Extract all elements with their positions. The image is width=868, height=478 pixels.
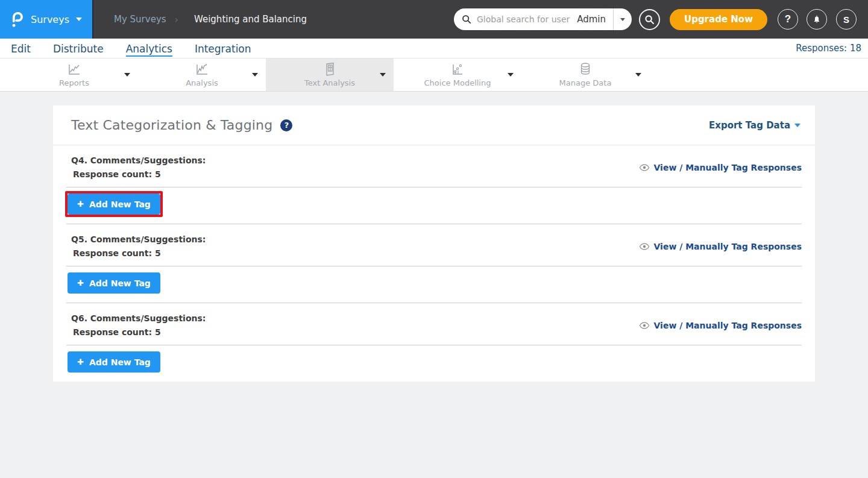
button-row: ✚ Add New Tag [66, 345, 802, 382]
responses-count: Responses: 18 [796, 43, 861, 54]
top-bar: Surveys My Surveys › Weighting and Balan… [0, 0, 868, 39]
breadcrumb-separator: › [175, 14, 178, 25]
toolbar-item-manage-data[interactable]: Manage Data [521, 58, 649, 91]
chevron-down-icon [635, 73, 641, 77]
section-header: Q5. Comments/Suggestions: Response count… [66, 234, 802, 266]
avatar-initial: S [843, 14, 849, 25]
toolbar-item-choice-modelling[interactable]: Choice Modelling [394, 58, 521, 91]
breadcrumb-parent-link[interactable]: My Surveys [114, 14, 166, 25]
survey-nav-tabs: Edit Distribute Analytics Integration Re… [0, 39, 868, 58]
question-section-q6: Q6. Comments/Suggestions: Response count… [53, 303, 815, 382]
export-tag-data-dropdown[interactable]: Export Tag Data [709, 120, 800, 131]
search-icon [462, 14, 471, 24]
search-scope-label[interactable]: Admin [577, 14, 606, 25]
analytics-toolbar: Reports Analysis Text Analysis [0, 58, 868, 92]
add-new-tag-button[interactable]: ✚ Add New Tag [68, 351, 160, 373]
add-new-tag-label: Add New Tag [89, 357, 151, 367]
plus-icon: ✚ [77, 278, 84, 288]
surveys-product-menu[interactable]: Surveys [0, 0, 93, 39]
toolbar-item-label: Reports [59, 78, 89, 87]
eye-icon [639, 164, 650, 171]
help-icon[interactable]: ? [280, 119, 292, 131]
tab-distribute[interactable]: Distribute [53, 40, 104, 57]
plus-icon: ✚ [77, 357, 84, 366]
view-link-label: View / Manually Tag Responses [654, 321, 802, 330]
questionpro-logo-icon [10, 11, 24, 28]
add-new-tag-button[interactable]: ✚ Add New Tag [68, 193, 160, 215]
add-new-tag-label: Add New Tag [89, 200, 151, 209]
bell-icon [812, 14, 822, 25]
help-button[interactable]: ? [778, 9, 798, 30]
search-icon [644, 14, 655, 25]
chevron-down-icon [124, 73, 130, 77]
line-chart-icon [67, 62, 81, 77]
button-row: ✚ Add New Tag [66, 187, 802, 224]
question-section-q5: Q5. Comments/Suggestions: Response count… [53, 224, 815, 303]
search-scope-dropdown[interactable] [614, 8, 632, 30]
trend-chart-icon [195, 62, 209, 77]
response-count: Response count: 5 [71, 327, 206, 337]
response-count: Response count: 5 [71, 169, 206, 179]
chevron-down-icon [794, 124, 800, 127]
tab-edit[interactable]: Edit [11, 40, 31, 57]
toolbar-item-label: Choice Modelling [424, 78, 491, 87]
breadcrumb: My Surveys › Weighting and Balancing [114, 14, 307, 25]
chevron-down-icon [508, 73, 514, 77]
highlight-annotation: ✚ Add New Tag [65, 191, 163, 217]
toolbar-item-label: Text Analysis [304, 78, 355, 87]
toolbar-item-analysis[interactable]: Analysis [138, 58, 266, 91]
question-title: Q6. Comments/Suggestions: [71, 313, 206, 323]
chevron-down-icon [76, 17, 82, 21]
question-info: Q5. Comments/Suggestions: Response count… [71, 234, 206, 258]
global-search-bar: Admin [454, 8, 632, 30]
eye-icon [639, 322, 650, 329]
question-info: Q4. Comments/Suggestions: Response count… [71, 156, 206, 179]
global-search-input[interactable] [477, 14, 577, 24]
scatter-plot-icon [450, 62, 465, 77]
toolbar-item-label: Manage Data [559, 78, 612, 87]
chevron-down-icon [252, 73, 258, 77]
quick-search-button[interactable] [639, 9, 660, 30]
question-section-q4: Q4. Comments/Suggestions: Response count… [53, 145, 815, 224]
toolbar-item-label: Analysis [186, 78, 218, 87]
plus-icon: ✚ [77, 200, 84, 209]
toolbar-item-reports[interactable]: Reports [10, 58, 138, 91]
breadcrumb-current: Weighting and Balancing [194, 14, 307, 25]
notifications-button[interactable] [807, 9, 827, 30]
view-manually-tag-link[interactable]: View / Manually Tag Responses [639, 321, 802, 330]
question-title: Q4. Comments/Suggestions: [71, 156, 206, 165]
page-title: Text Categorization & Tagging [71, 118, 272, 133]
view-manually-tag-link[interactable]: View / Manually Tag Responses [639, 163, 802, 172]
view-link-label: View / Manually Tag Responses [654, 242, 802, 251]
product-menu-label: Surveys [31, 14, 69, 25]
question-title: Q5. Comments/Suggestions: [71, 234, 206, 244]
upgrade-now-button[interactable]: Upgrade Now [670, 9, 767, 30]
tab-analytics[interactable]: Analytics [126, 40, 172, 57]
add-new-tag-button[interactable]: ✚ Add New Tag [68, 272, 160, 294]
main-content: Text Categorization & Tagging ? Export T… [0, 92, 868, 382]
question-info: Q6. Comments/Suggestions: Response count… [71, 313, 206, 337]
response-count: Response count: 5 [71, 248, 206, 258]
user-avatar[interactable]: S [836, 9, 857, 30]
text-document-icon [323, 62, 336, 77]
text-tagging-card: Text Categorization & Tagging ? Export T… [53, 105, 815, 382]
button-row: ✚ Add New Tag [66, 266, 802, 303]
eye-icon [639, 243, 650, 250]
chevron-down-icon [620, 18, 625, 21]
section-header: Q6. Comments/Suggestions: Response count… [66, 313, 802, 345]
database-icon [579, 62, 592, 77]
toolbar-item-text-analysis[interactable]: Text Analysis [266, 58, 394, 91]
question-mark-icon: ? [785, 13, 791, 25]
chevron-down-icon [380, 73, 386, 77]
add-new-tag-label: Add New Tag [89, 278, 151, 288]
section-header: Q4. Comments/Suggestions: Response count… [66, 156, 802, 187]
view-manually-tag-link[interactable]: View / Manually Tag Responses [639, 242, 802, 251]
card-header: Text Categorization & Tagging ? Export T… [53, 105, 815, 145]
export-tag-data-label: Export Tag Data [709, 120, 790, 131]
view-link-label: View / Manually Tag Responses [654, 163, 802, 172]
tab-integration[interactable]: Integration [195, 40, 251, 57]
